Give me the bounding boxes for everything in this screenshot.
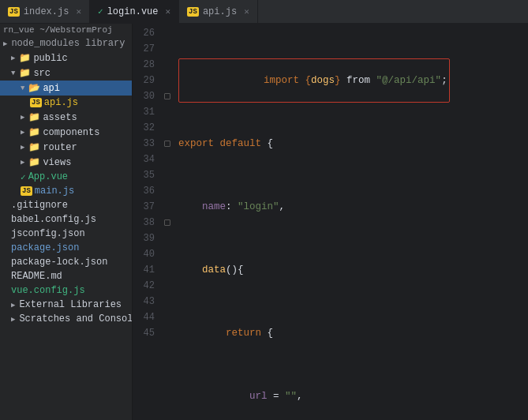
code-lines-container: 26 27 28 29 30 31 32 33 34 35 36 37 38 3… [133,24,528,420]
text: : [226,199,238,215]
folder-icon: 📁 [19,52,31,64]
code-line-27: export default { [178,136,528,152]
sidebar-item-vue-config[interactable]: vue.config.js [0,283,132,298]
text: , [279,199,286,215]
text [178,388,249,404]
arrow-icon: ▶ [21,113,24,122]
keyword: export [178,136,220,152]
arrow-icon: ▶ [3,39,7,48]
semicolon: ; [441,75,447,86]
code-line-31: url = "", [178,388,528,404]
arrow-icon: ▼ [21,84,24,92]
sidebar-item-label: assets [43,112,77,123]
line-numbers: 26 27 28 29 30 31 32 33 34 35 36 37 38 3… [133,24,161,420]
sidebar-item-readme[interactable]: README.md [0,269,132,283]
sidebar-item-src[interactable]: ▼ 📁 src [0,66,132,81]
sidebar-item-label: components [43,127,99,138]
close-icon[interactable]: ✕ [244,6,249,17]
sidebar-item-label: views [43,157,71,168]
text: (){ [226,262,244,278]
folder-icon: 📁 [28,126,40,138]
sidebar-item-views[interactable]: ▶ 📁 views [0,155,132,170]
keyword-import: import [264,75,305,86]
sidebar-item-label: main.js [35,186,74,197]
import-path: "@/api/api" [376,75,442,86]
code-line-30: return { [178,325,528,341]
app-container: JS index.js ✕ ✓ login.vue ✕ JS api.js ✕ … [0,0,528,420]
project-path: rn_vue ~/WebstormProj [3,25,113,35]
code-line-28: name: "login", [178,199,528,215]
sidebar-item-scratches[interactable]: ▶ Scratches and Consoles [0,312,132,326]
main-content: rn_vue ~/WebstormProj ▶ node_modules lib… [0,24,528,420]
sidebar-item-external-libs[interactable]: ▶ External Libraries [0,298,132,312]
text: { [261,136,273,152]
arrow-icon: ▼ [11,69,15,77]
arrow-icon: ▶ [21,128,24,137]
close-icon[interactable]: ✕ [76,6,81,17]
text: , [297,388,303,404]
close-icon[interactable]: ✕ [165,6,170,17]
tab-login-vue[interactable]: ✓ login.vue ✕ [90,0,179,24]
sidebar-item-api-js[interactable]: JS api.js [0,96,132,110]
code-editor[interactable]: 26 27 28 29 30 31 32 33 34 35 36 37 38 3… [133,24,528,420]
text [178,325,226,341]
code-content[interactable]: import {dogs} from "@/api/api"; export d… [174,24,528,420]
vue-icon: ✓ [21,172,26,182]
tab-label: login.vue [107,6,159,17]
sidebar-item-api[interactable]: ▼ 📂 api [0,81,132,96]
sidebar-item-label: package-lock.json [11,257,107,268]
sidebar: rn_vue ~/WebstormProj ▶ node_modules lib… [0,24,133,420]
arrow-icon: ▶ [11,54,15,62]
sidebar-item-label: package.json [11,242,79,253]
tab-api-js[interactable]: JS api.js ✕ [179,0,258,24]
js-badge: JS [21,186,32,196]
text: { [261,325,273,341]
sidebar-item-main-js[interactable]: JS main.js [0,184,132,198]
keyword: return [226,325,261,341]
text [178,199,202,215]
sidebar-item-jsconfig[interactable]: jsconfig.json [0,227,132,241]
vue-icon: ✓ [98,6,103,17]
brace: { [305,75,312,86]
sidebar-item-label: api.js [44,97,78,108]
sidebar-item-label: App.vue [28,171,68,182]
js-badge: JS [30,98,42,107]
keyword: default [220,136,262,152]
sidebar-item-package-json[interactable]: package.json [0,241,132,255]
sidebar-item-babel[interactable]: babel.config.js [0,212,132,227]
sidebar-item-package-lock[interactable]: package-lock.json [0,255,132,269]
sidebar-item-label: src [33,68,51,79]
sidebar-node-modules[interactable]: ▶ node_modules library ro [0,36,132,51]
text: = [268,388,286,404]
text [178,262,202,278]
tab-label: index.js [24,6,69,17]
prop: name [202,199,226,215]
folder-icon: 📂 [28,82,40,94]
sidebar-item-gitignore[interactable]: .gitignore [0,198,132,212]
sidebar-item-app-vue[interactable]: ✓ App.vue [0,170,132,184]
fn: data [202,262,226,278]
folder-icon: 📁 [28,141,40,153]
js-icon: JS [8,7,20,17]
sidebar-item-label: Scratches and Consoles [19,313,133,324]
sidebar-item-label: vue.config.js [11,285,85,296]
arrow-icon: ▶ [11,301,15,309]
sidebar-item-assets[interactable]: ▶ 📁 assets [0,110,132,125]
arrow-icon: ▶ [21,143,24,152]
sidebar-item-label: public [33,53,67,64]
sidebar-item-components[interactable]: ▶ 📁 components [0,125,132,140]
sidebar-project-header: rn_vue ~/WebstormProj [0,24,132,36]
arrow-icon: ▶ [21,158,24,167]
brace: } [335,75,341,86]
tab-label: api.js [203,6,237,17]
sidebar-item-router[interactable]: ▶ 📁 router [0,140,132,155]
library-label: node_modules library ro [11,38,133,49]
sidebar-item-label: README.md [11,271,62,282]
js-icon: JS [187,7,199,17]
sidebar-item-label: babel.config.js [11,214,96,225]
sidebar-item-public[interactable]: ▶ 📁 public [0,51,132,66]
string: "login" [238,199,279,215]
from-keyword: from [341,75,376,86]
sidebar-item-label: api [43,83,60,94]
tab-index-js[interactable]: JS index.js ✕ [0,0,90,24]
